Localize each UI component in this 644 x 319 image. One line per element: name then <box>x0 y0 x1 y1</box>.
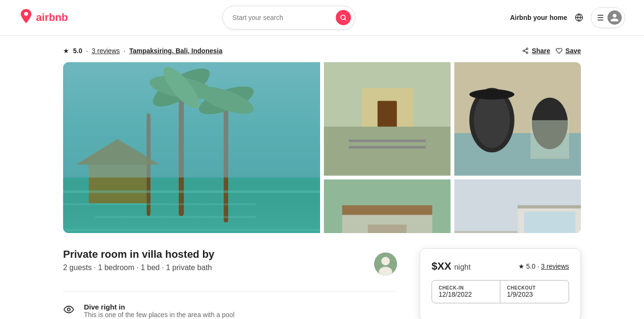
site-header: airbnb Airbnb your home ☰ <box>0 0 644 36</box>
lower-section: Private room in villa hosted by 2 guests… <box>63 248 581 319</box>
dot-separator: · <box>86 47 88 55</box>
svg-line-7 <box>524 49 526 50</box>
photo-cell-1[interactable] <box>324 62 451 176</box>
checkin-cell[interactable]: CHECK-IN 12/18/2022 <box>432 281 500 303</box>
checkout-value: 1/9/2023 <box>507 291 562 298</box>
svg-rect-45 <box>454 231 518 233</box>
language-button[interactable] <box>575 13 583 22</box>
nav-right: Airbnb your home ☰ <box>510 7 625 28</box>
logo[interactable]: airbnb <box>19 8 68 27</box>
svg-rect-41 <box>368 225 406 233</box>
dive-icon <box>63 304 76 318</box>
card-star-icon: ★ <box>518 263 524 270</box>
photo-sub-grid: ⊞ Show all photos <box>324 62 581 233</box>
feature-text: Dive right in This is one of the few pla… <box>84 303 235 319</box>
svg-rect-29 <box>349 146 426 148</box>
save-button[interactable]: Save <box>556 47 581 55</box>
photo-cell-2[interactable] <box>454 62 581 176</box>
svg-rect-21 <box>63 203 256 205</box>
save-label: Save <box>565 47 581 55</box>
airbnb-home-link[interactable]: Airbnb your home <box>510 14 567 21</box>
date-grid: CHECK-IN 12/18/2022 CHECKOUT 1/9/2023 <box>432 280 569 303</box>
photo-cell-3[interactable] <box>324 179 451 233</box>
svg-rect-23 <box>63 229 320 231</box>
airbnb-logo-icon <box>19 8 33 27</box>
checkin-value: 12/18/2022 <box>439 291 493 298</box>
svg-point-51 <box>381 257 390 265</box>
svg-line-6 <box>524 51 526 52</box>
svg-rect-20 <box>63 190 320 193</box>
svg-rect-27 <box>324 127 451 176</box>
main-content: ★ 5.0 · 3 reviews · Tampaksiring, Bali, … <box>52 36 592 319</box>
divider-1 <box>63 291 397 291</box>
hamburger-icon: ☰ <box>597 13 604 22</box>
photo-cell-4[interactable]: ⊞ Show all photos <box>454 179 581 233</box>
search-button[interactable] <box>336 10 351 25</box>
svg-rect-47 <box>524 212 576 233</box>
user-menu[interactable]: ☰ <box>591 7 625 28</box>
logo-text: airbnb <box>36 11 68 24</box>
card-rating-score: 5.0 <box>526 263 535 270</box>
booking-card: $XX night ★ 5.0 · 3 reviews CHECK-IN 12/… <box>420 248 581 319</box>
feature-description: This is one of the few places in the are… <box>84 311 235 319</box>
svg-line-1 <box>345 19 346 20</box>
rating-score: 5.0 <box>73 47 82 55</box>
host-avatar[interactable] <box>374 253 397 275</box>
photo-grid: ⊞ Show all photos <box>63 62 581 233</box>
checkout-cell[interactable]: CHECKOUT 1/9/2023 <box>500 281 569 303</box>
listing-title: Private room in villa hosted by <box>63 248 214 261</box>
card-reviews-link[interactable]: 3 reviews <box>541 263 569 270</box>
svg-point-33 <box>474 93 510 148</box>
location-link[interactable]: Tampaksiring, Bali, Indonesia <box>129 47 222 55</box>
checkout-label: CHECKOUT <box>507 285 562 291</box>
share-button[interactable]: Share <box>522 47 550 55</box>
feature-title: Dive right in <box>84 303 235 311</box>
avatar <box>607 10 622 25</box>
main-photo-svg <box>63 62 320 233</box>
svg-point-53 <box>67 308 70 311</box>
svg-point-35 <box>469 89 515 100</box>
price-row: $XX night ★ 5.0 · 3 reviews <box>432 260 569 272</box>
action-buttons: Share Save <box>522 47 581 55</box>
star-icon: ★ <box>63 47 69 55</box>
feature-row: Dive right in This is one of the few pla… <box>63 303 397 319</box>
search-input[interactable] <box>232 14 331 21</box>
svg-rect-40 <box>342 205 432 215</box>
rating-reviews[interactable]: 3 reviews <box>92 47 120 55</box>
dot-separator-2: · <box>124 47 126 55</box>
svg-rect-28 <box>349 140 426 142</box>
price-value: $XX <box>432 260 451 272</box>
card-rating: ★ 5.0 · 3 reviews <box>518 263 570 270</box>
checkin-label: CHECK-IN <box>439 285 493 291</box>
listing-info: Private room in villa hosted by 2 guests… <box>63 248 397 319</box>
host-avatar-image <box>374 253 397 275</box>
svg-rect-22 <box>95 216 256 218</box>
svg-rect-19 <box>63 62 320 178</box>
rating-row: ★ 5.0 · 3 reviews · Tampaksiring, Bali, … <box>63 47 581 55</box>
dot-sep: · <box>537 263 539 270</box>
svg-rect-46 <box>518 205 581 208</box>
search-bar[interactable] <box>222 6 355 29</box>
per-night-label: night <box>454 263 471 271</box>
photo-main[interactable] <box>63 62 320 233</box>
listing-subtitle: 2 guests · 1 bedroom · 1 bed · 1 private… <box>63 263 214 272</box>
price-display: $XX night <box>432 260 470 272</box>
share-label: Share <box>532 47 550 55</box>
svg-rect-36 <box>531 120 569 159</box>
